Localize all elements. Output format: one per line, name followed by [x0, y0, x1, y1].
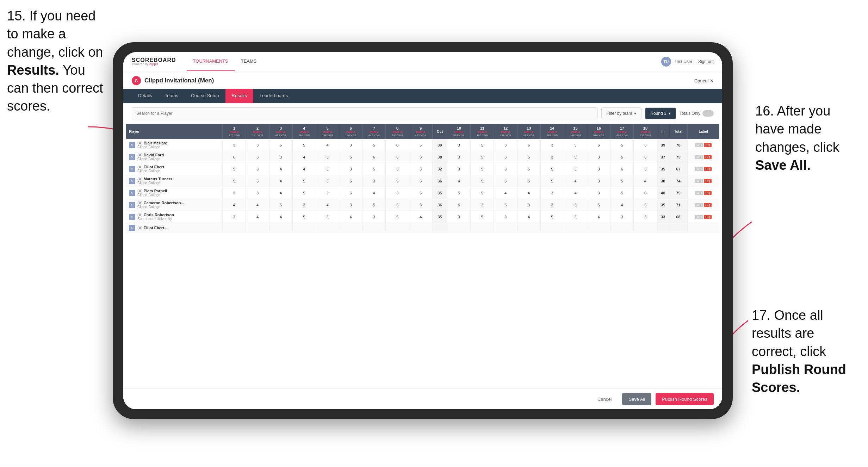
- score-cell[interactable]: 4: [517, 211, 540, 223]
- score-cell[interactable]: 5: [564, 139, 587, 151]
- score-cell[interactable]: [494, 223, 517, 233]
- score-cell[interactable]: [564, 223, 587, 233]
- score-cell[interactable]: 3: [494, 163, 517, 175]
- score-cell[interactable]: [386, 223, 409, 233]
- score-cell[interactable]: 5: [386, 211, 409, 223]
- score-cell[interactable]: 5: [471, 163, 494, 175]
- score-cell[interactable]: 4: [269, 175, 292, 187]
- score-cell[interactable]: 3: [246, 139, 269, 151]
- score-cell[interactable]: 3: [246, 187, 269, 199]
- score-cell[interactable]: 3: [223, 139, 246, 151]
- score-cell[interactable]: 3: [540, 139, 564, 151]
- score-cell[interactable]: [587, 223, 610, 233]
- score-cell[interactable]: 5: [540, 175, 564, 187]
- score-cell[interactable]: 5: [540, 163, 564, 175]
- score-cell[interactable]: 5: [471, 211, 494, 223]
- score-cell[interactable]: 3: [610, 211, 634, 223]
- score-cell[interactable]: 3: [447, 139, 471, 151]
- score-cell[interactable]: 3: [339, 163, 362, 175]
- score-cell[interactable]: 6: [223, 151, 246, 163]
- score-cell[interactable]: 5: [517, 163, 540, 175]
- score-cell[interactable]: 3: [540, 151, 564, 163]
- score-cell[interactable]: 3: [316, 163, 339, 175]
- score-cell[interactable]: 3: [634, 211, 657, 223]
- tab-results[interactable]: Results: [225, 89, 253, 103]
- score-cell[interactable]: [409, 223, 432, 233]
- score-cell[interactable]: 3: [292, 199, 316, 211]
- score-cell[interactable]: 6: [386, 139, 409, 151]
- score-cell[interactable]: 3: [517, 199, 540, 211]
- score-cell[interactable]: 3: [564, 211, 587, 223]
- score-cell[interactable]: 4: [610, 199, 634, 211]
- score-cell[interactable]: 3: [386, 163, 409, 175]
- score-cell[interactable]: 5: [409, 199, 432, 211]
- score-cell[interactable]: 3: [316, 187, 339, 199]
- score-cell[interactable]: [246, 223, 269, 233]
- score-cell[interactable]: [634, 223, 657, 233]
- score-cell[interactable]: 4: [587, 211, 610, 223]
- score-cell[interactable]: 3: [246, 151, 269, 163]
- score-cell[interactable]: 4: [362, 187, 386, 199]
- score-cell[interactable]: 3: [409, 163, 432, 175]
- score-cell[interactable]: 5: [610, 175, 634, 187]
- score-cell[interactable]: 5: [386, 175, 409, 187]
- score-cell[interactable]: 5: [494, 199, 517, 211]
- filter-by-team-button[interactable]: Filter by team ▾: [601, 107, 642, 119]
- cancel-bottom-button[interactable]: Cancel: [591, 393, 618, 405]
- score-cell[interactable]: 4: [223, 199, 246, 211]
- score-cell[interactable]: 3: [246, 163, 269, 175]
- score-cell[interactable]: 4: [339, 211, 362, 223]
- score-cell[interactable]: 3: [587, 187, 610, 199]
- score-cell[interactable]: [292, 223, 316, 233]
- score-cell[interactable]: [316, 223, 339, 233]
- score-cell[interactable]: 3: [386, 199, 409, 211]
- score-cell[interactable]: 5: [339, 187, 362, 199]
- totals-only-toggle[interactable]: Totals Only: [680, 110, 714, 117]
- score-cell[interactable]: [610, 223, 634, 233]
- score-cell[interactable]: [339, 223, 362, 233]
- score-cell[interactable]: 3: [587, 163, 610, 175]
- tab-leaderboards[interactable]: Leaderboards: [253, 89, 294, 103]
- score-cell[interactable]: 3: [540, 199, 564, 211]
- score-cell[interactable]: 3: [409, 175, 432, 187]
- score-cell[interactable]: 4: [246, 199, 269, 211]
- score-cell[interactable]: 4: [447, 175, 471, 187]
- tab-teams[interactable]: Teams: [159, 89, 185, 103]
- score-cell[interactable]: [447, 223, 471, 233]
- score-cell[interactable]: 4: [316, 139, 339, 151]
- score-cell[interactable]: 4: [517, 187, 540, 199]
- score-cell[interactable]: 3: [587, 151, 610, 163]
- score-cell[interactable]: [362, 223, 386, 233]
- score-cell[interactable]: 3: [316, 151, 339, 163]
- score-cell[interactable]: [269, 223, 292, 233]
- score-cell[interactable]: 5: [292, 187, 316, 199]
- score-cell[interactable]: 3: [447, 151, 471, 163]
- search-input[interactable]: [132, 107, 598, 119]
- score-cell[interactable]: 6: [447, 199, 471, 211]
- score-cell[interactable]: 3: [386, 187, 409, 199]
- cancel-header-button[interactable]: Cancel ✕: [694, 78, 714, 83]
- score-cell[interactable]: 3: [634, 139, 657, 151]
- score-cell[interactable]: 4: [564, 175, 587, 187]
- score-cell[interactable]: 4: [269, 187, 292, 199]
- score-cell[interactable]: 3: [494, 211, 517, 223]
- score-cell[interactable]: 5: [269, 139, 292, 151]
- score-cell[interactable]: 3: [564, 199, 587, 211]
- score-cell[interactable]: 6: [634, 187, 657, 199]
- score-cell[interactable]: 3: [634, 151, 657, 163]
- nav-teams[interactable]: TEAMS: [235, 52, 263, 71]
- score-cell[interactable]: 5: [471, 151, 494, 163]
- score-cell[interactable]: 5: [223, 175, 246, 187]
- score-cell[interactable]: 3: [316, 211, 339, 223]
- score-cell[interactable]: 3: [269, 151, 292, 163]
- score-cell[interactable]: 5: [471, 187, 494, 199]
- score-cell[interactable]: 3: [223, 187, 246, 199]
- score-cell[interactable]: 3: [339, 199, 362, 211]
- score-cell[interactable]: 5: [292, 211, 316, 223]
- score-cell[interactable]: 3: [316, 175, 339, 187]
- score-cell[interactable]: 5: [540, 211, 564, 223]
- sign-out-link[interactable]: Sign out: [698, 59, 714, 64]
- score-cell[interactable]: 5: [471, 139, 494, 151]
- score-cell[interactable]: 5: [339, 175, 362, 187]
- score-cell[interactable]: 3: [587, 175, 610, 187]
